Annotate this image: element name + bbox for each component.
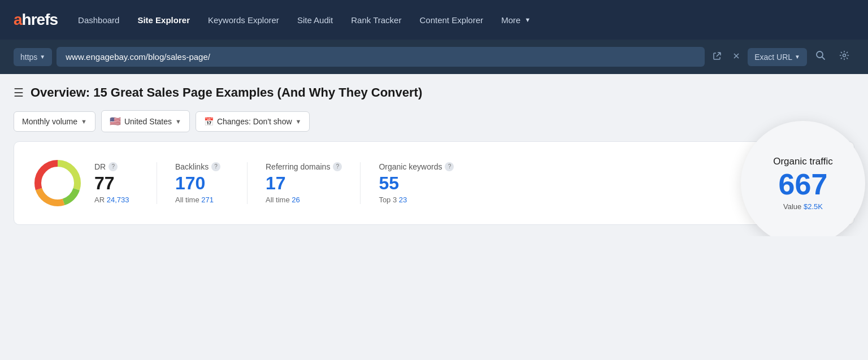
logo[interactable]: ahrefs	[14, 11, 58, 29]
external-link-icon[interactable]	[709, 48, 725, 66]
dr-section: DR ? 77 AR 24,733	[32, 158, 157, 209]
nav-rank-tracker[interactable]: Rank Tracker	[343, 11, 409, 29]
nav-content-explorer[interactable]: Content Explorer	[411, 11, 491, 29]
organic-kw-top3: Top 3 23	[379, 196, 454, 204]
ar-value: 24,733	[107, 196, 129, 204]
page-header: ☰ Overview: 15 Great Sales Page Examples…	[14, 85, 854, 100]
clear-url-icon[interactable]	[728, 48, 744, 66]
monthly-volume-label: Monthly volume	[22, 117, 77, 126]
logo-rest: hrefs	[22, 11, 58, 29]
search-button[interactable]	[810, 45, 831, 68]
monthly-volume-dropdown[interactable]: Monthly volume ▼	[14, 111, 96, 132]
nav-dashboard[interactable]: Dashboard	[70, 11, 127, 29]
metrics-card: DR ? 77 AR 24,733 Backlinks ? 170 All ti…	[14, 141, 854, 225]
changes-caret-icon: ▼	[296, 118, 302, 125]
us-flag-icon: 🇺🇸	[110, 116, 121, 127]
organic-traffic-value: 667	[779, 170, 828, 199]
organic-traffic-circle: Organic traffic 667 Value $2.5K	[741, 121, 865, 236]
top-navigation: ahrefs Dashboard Site Explorer Keywords …	[0, 0, 868, 40]
logo-a: a	[14, 11, 22, 29]
organic-kw-help-icon[interactable]: ?	[445, 162, 454, 171]
organic-traffic-value-sub: Value $2.5K	[783, 202, 823, 211]
exact-url-dropdown[interactable]: Exact URL ▼	[748, 48, 807, 66]
backlinks-alltime: All time 271	[175, 196, 229, 204]
backlinks-section: Backlinks ? 170 All time 271	[157, 162, 247, 204]
backlinks-alltime-label: All time	[175, 196, 199, 204]
settings-icon[interactable]	[834, 45, 854, 68]
backlinks-help-icon[interactable]: ?	[211, 162, 220, 171]
nav-keywords-explorer[interactable]: Keywords Explorer	[200, 11, 287, 29]
referring-alltime-value: 26	[292, 196, 300, 204]
referring-domains-section: Referring domains ? 17 All time 26	[247, 162, 360, 204]
protocol-caret-icon: ▼	[40, 54, 45, 60]
protocol-dropdown[interactable]: https ▼	[14, 48, 52, 66]
referring-label: Referring domains ?	[266, 162, 342, 171]
calendar-icon: 📅	[204, 117, 214, 126]
country-caret-icon: ▼	[175, 118, 181, 125]
nav-more[interactable]: More ▼	[493, 11, 539, 29]
organic-keywords-section: Organic keywords ? 55 Top 3 23	[360, 162, 472, 204]
dr-label: DR ?	[94, 162, 129, 171]
url-action-buttons: Exact URL ▼	[709, 45, 854, 68]
referring-help-icon[interactable]: ?	[333, 162, 342, 171]
changes-dropdown[interactable]: 📅 Changes: Don't show ▼	[196, 111, 310, 132]
nav-site-explorer[interactable]: Site Explorer	[129, 11, 198, 29]
menu-icon[interactable]: ☰	[14, 86, 24, 99]
organic-kw-label: Organic keywords ?	[379, 162, 454, 171]
value-amount: $2.5K	[804, 202, 823, 211]
country-dropdown[interactable]: 🇺🇸 United States ▼	[101, 110, 190, 132]
organic-kw-value: 55	[379, 174, 454, 193]
dr-help-icon[interactable]: ?	[108, 162, 118, 171]
content-area: ☰ Overview: 15 Great Sales Page Examples…	[0, 74, 868, 236]
organic-traffic-label: Organic traffic	[773, 156, 833, 167]
country-label: United States	[124, 117, 172, 126]
exact-url-caret-icon: ▼	[795, 54, 800, 60]
organic-kw-top3-value: 23	[399, 196, 407, 204]
dr-info: DR ? 77 AR 24,733	[94, 162, 129, 204]
organic-kw-top3-label: Top 3	[379, 196, 397, 204]
value-label: Value	[783, 202, 801, 211]
ar-sub: AR 24,733	[94, 196, 129, 204]
url-bar: https ▼ Exact URL ▼	[0, 40, 868, 74]
backlinks-label: Backlinks ?	[175, 162, 229, 171]
referring-alltime: All time 26	[266, 196, 342, 204]
filters-row: Monthly volume ▼ 🇺🇸 United States ▼ 📅 Ch…	[14, 110, 854, 132]
referring-value: 17	[266, 174, 342, 193]
backlinks-value: 170	[175, 174, 229, 193]
dr-value: 77	[94, 174, 129, 193]
ar-label: AR	[94, 196, 105, 204]
url-input[interactable]	[57, 47, 705, 67]
referring-alltime-label: All time	[266, 196, 290, 204]
more-caret-icon: ▼	[524, 16, 531, 23]
svg-point-1	[843, 54, 846, 57]
svg-point-0	[817, 51, 823, 58]
dr-donut-chart	[32, 158, 83, 209]
nav-site-audit[interactable]: Site Audit	[289, 11, 341, 29]
changes-label: Changes: Don't show	[217, 117, 292, 126]
backlinks-alltime-value: 271	[201, 196, 214, 204]
monthly-volume-caret-icon: ▼	[81, 118, 87, 125]
page-title: Overview: 15 Great Sales Page Examples (…	[31, 85, 422, 100]
